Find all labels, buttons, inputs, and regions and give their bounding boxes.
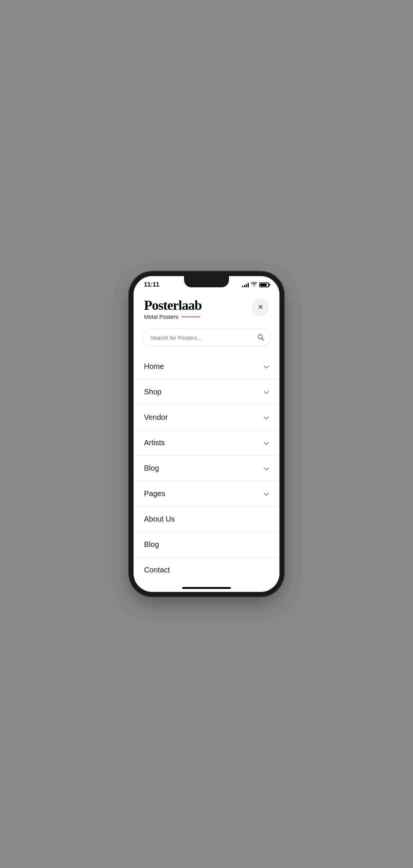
nav-link-about-us[interactable]: About Us (134, 507, 279, 532)
battery-icon (259, 282, 269, 287)
nav-label-contact: Contact (144, 566, 170, 574)
chevron-down-icon (264, 415, 269, 421)
logo-text: Posterlaab (144, 299, 202, 312)
nav-link-blog2[interactable]: Blog (134, 532, 279, 557)
nav-item-about-us: About Us (134, 507, 279, 532)
svg-line-1 (262, 338, 264, 340)
notch (184, 276, 229, 287)
nav-label-pages: Pages (144, 489, 165, 498)
nav-label-blog: Blog (144, 464, 159, 473)
nav-link-vendor[interactable]: Vendor (134, 405, 279, 430)
home-bar (182, 587, 231, 589)
signal-bars-icon (242, 282, 249, 287)
nav-item-pages: Pages (134, 481, 279, 507)
nav-list: HomeShopVendorArtistsBlogPagesAbout UsBl… (134, 354, 279, 579)
search-icon (257, 333, 264, 341)
wifi-icon (251, 282, 257, 288)
svg-point-0 (258, 334, 262, 339)
nav-item-home: Home (134, 354, 279, 379)
chevron-down-icon (264, 389, 269, 395)
search-input[interactable] (143, 329, 270, 346)
nav-label-home: Home (144, 362, 164, 371)
logo-line-decoration (181, 317, 200, 317)
nav-item-vendor: Vendor (134, 405, 279, 430)
nav-link-artists[interactable]: Artists (134, 430, 279, 455)
nav-link-blog[interactable]: Blog (134, 456, 279, 481)
nav-link-contact[interactable]: Contact (134, 557, 279, 579)
nav-label-vendor: Vendor (144, 413, 168, 422)
close-icon: ✕ (258, 303, 263, 311)
phone-frame: 11:11 Posterl (134, 276, 279, 592)
nav-link-home[interactable]: Home (134, 354, 279, 379)
content-area: Posterlaab Metal Posters ✕ HomeShopVendo… (134, 291, 279, 579)
chevron-down-icon (264, 440, 269, 446)
chevron-down-icon (264, 465, 269, 471)
nav-label-about-us: About Us (144, 515, 175, 523)
nav-item-shop: Shop (134, 379, 279, 405)
nav-item-blog: Blog (134, 456, 279, 481)
header: Posterlaab Metal Posters ✕ (134, 291, 279, 326)
logo-subtitle: Metal Posters (144, 314, 202, 320)
nav-label-artists: Artists (144, 438, 165, 447)
nav-label-shop: Shop (144, 388, 162, 396)
status-time: 11:11 (144, 281, 159, 288)
nav-item-artists: Artists (134, 430, 279, 456)
search-bar (143, 329, 270, 346)
home-indicator (134, 579, 279, 592)
nav-label-blog2: Blog (144, 540, 159, 549)
logo-subtitle-text: Metal Posters (144, 314, 178, 320)
nav-link-shop[interactable]: Shop (134, 379, 279, 404)
close-button[interactable]: ✕ (252, 299, 269, 316)
chevron-down-icon (264, 491, 269, 497)
nav-item-contact: Contact (134, 557, 279, 579)
search-icon-button[interactable] (257, 333, 264, 342)
chevron-down-icon (264, 364, 269, 370)
status-icons (242, 282, 269, 288)
logo-area: Posterlaab Metal Posters (144, 299, 202, 320)
nav-link-pages[interactable]: Pages (134, 481, 279, 506)
nav-item-blog2: Blog (134, 532, 279, 557)
